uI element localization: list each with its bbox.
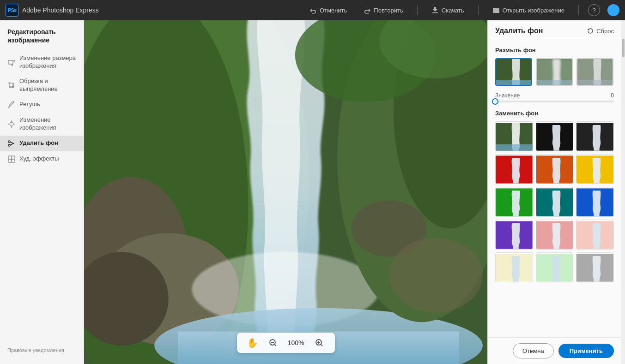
bg-purple-image xyxy=(496,220,533,250)
download-label: Скачать xyxy=(442,7,464,14)
blur-section-label: Размыть фон xyxy=(495,47,614,54)
zoom-in-icon xyxy=(315,338,324,347)
bg-thumb-yellow[interactable] xyxy=(576,154,614,184)
effects-icon xyxy=(7,155,16,163)
panel-title: Удалить фон xyxy=(495,27,543,35)
undo-label: Отменить xyxy=(320,7,347,14)
svg-rect-30 xyxy=(537,59,573,86)
bg-thumb-purple[interactable] xyxy=(495,220,533,250)
redo-icon xyxy=(364,6,371,14)
slider-thumb[interactable] xyxy=(492,98,498,105)
adjust-icon xyxy=(7,120,16,128)
blur-thumb-soft[interactable] xyxy=(536,58,573,86)
bg-pink-image xyxy=(536,220,573,250)
bg-partial-image xyxy=(576,253,613,282)
sidebar-item-remove-bg[interactable]: Удалить фон xyxy=(0,136,84,151)
zoom-in-button[interactable] xyxy=(313,336,326,349)
canvas-image xyxy=(84,20,487,364)
canvas-area: ✋ 100% xyxy=(84,20,487,364)
bg-thumb-teal[interactable] xyxy=(536,187,574,217)
app-title: Adobe Photoshop Express xyxy=(22,6,99,14)
slider-label: Значение xyxy=(495,92,520,99)
legal-notice-link[interactable]: Правовые уведомления xyxy=(0,344,84,357)
canvas-toolbar: ✋ 100% xyxy=(237,333,335,353)
reset-button[interactable]: Сброс xyxy=(587,28,614,35)
open-image-button[interactable]: Открыть изображение xyxy=(488,5,569,16)
panel-body: Размыть фон xyxy=(488,40,621,337)
resize-icon xyxy=(7,58,16,66)
bg-thumb-green[interactable] xyxy=(495,187,533,217)
divider-3 xyxy=(578,5,579,15)
blur-slider-container: Значение 0 xyxy=(495,92,614,102)
sidebar-item-crop[interactable]: Обрезка и выпрямление xyxy=(0,74,84,97)
svg-rect-7 xyxy=(12,156,15,159)
redo-button[interactable]: Повторить xyxy=(359,5,407,16)
bg-yellow-image xyxy=(576,155,613,184)
reset-label: Сброс xyxy=(596,28,614,35)
background-grid xyxy=(495,121,614,282)
bg-light-green-image xyxy=(536,253,573,282)
scrollbar-thumb[interactable] xyxy=(622,39,625,57)
bg-thumb-red[interactable] xyxy=(495,154,533,184)
effects-label: Худ. эффекты xyxy=(19,155,59,163)
svg-rect-0 xyxy=(8,60,13,64)
reset-icon xyxy=(587,28,594,34)
divider-1 xyxy=(417,5,418,15)
app-logo: PSx Adobe Photoshop Express xyxy=(6,4,99,17)
apply-button[interactable]: Применить xyxy=(558,344,614,358)
sidebar-item-effects[interactable]: Худ. эффекты xyxy=(0,151,84,167)
help-button[interactable]: ? xyxy=(588,4,600,16)
svg-rect-27 xyxy=(496,80,532,86)
bg-thumb-black[interactable] xyxy=(536,121,574,151)
bg-thumb-orange[interactable] xyxy=(536,154,574,184)
crop-label: Обрезка и выпрямление xyxy=(19,78,76,93)
svg-rect-5 xyxy=(8,156,12,159)
bg-black-image xyxy=(536,122,573,151)
bg-blue-image xyxy=(576,187,613,217)
zoom-out-button[interactable] xyxy=(267,336,279,349)
blur-thumb-strong[interactable] xyxy=(576,58,613,86)
download-button[interactable]: Скачать xyxy=(427,5,469,16)
svg-rect-8 xyxy=(8,159,12,162)
sidebar-section-title: Редактировать изображение xyxy=(0,28,84,51)
blur-thumb-original[interactable] xyxy=(495,58,532,86)
bg-thumb-partial[interactable] xyxy=(576,252,614,282)
bg-thumb-light-pink[interactable] xyxy=(576,220,614,250)
right-scrollbar[interactable] xyxy=(621,20,625,364)
download-icon xyxy=(431,6,439,14)
sidebar-item-retouch[interactable]: Ретушь xyxy=(0,97,84,113)
bg-orange-image xyxy=(536,155,573,184)
open-icon xyxy=(492,6,500,14)
cancel-button[interactable]: Отмена xyxy=(513,343,554,358)
bg-thumb-original[interactable] xyxy=(495,121,533,151)
bg-thumb-light-yellow[interactable] xyxy=(495,252,533,282)
svg-rect-6 xyxy=(12,159,15,162)
resize-label: Изменение размера изображения xyxy=(19,54,76,70)
bg-thumb-dark[interactable] xyxy=(576,121,614,151)
undo-button[interactable]: Отменить xyxy=(305,5,352,16)
bg-thumb-pink[interactable] xyxy=(536,220,574,250)
bg-thumb-blue[interactable] xyxy=(576,187,614,217)
blur-thumb-1-image xyxy=(496,59,532,86)
hand-tool-button[interactable]: ✋ xyxy=(246,336,259,349)
panel-footer: Отмена Применить xyxy=(488,337,621,364)
logo-icon: PSx xyxy=(6,4,18,17)
blur-thumb-2-image xyxy=(537,59,573,86)
blur-slider[interactable] xyxy=(495,101,614,102)
sidebar-item-adjust[interactable]: Изменение изображения xyxy=(0,113,84,136)
svg-point-23 xyxy=(389,238,483,312)
bg-thumb-light-green[interactable] xyxy=(536,252,574,282)
user-avatar[interactable] xyxy=(607,4,619,16)
sidebar-item-resize[interactable]: Изменение размера изображения xyxy=(0,51,84,74)
redo-label: Повторить xyxy=(374,7,403,14)
right-panel: Удалить фон Сброс Размыть фон xyxy=(487,20,621,364)
slider-value: 0 xyxy=(611,92,614,99)
svg-point-2 xyxy=(10,122,13,126)
crop-icon xyxy=(7,81,16,90)
app-header: PSx Adobe Photoshop Express Отменить Пов… xyxy=(0,0,625,20)
svg-rect-33 xyxy=(577,59,613,86)
bg-green-image xyxy=(496,187,533,217)
svg-rect-35 xyxy=(496,144,533,151)
remove-bg-label: Удалить фон xyxy=(19,139,58,147)
adjust-label: Изменение изображения xyxy=(19,116,76,132)
